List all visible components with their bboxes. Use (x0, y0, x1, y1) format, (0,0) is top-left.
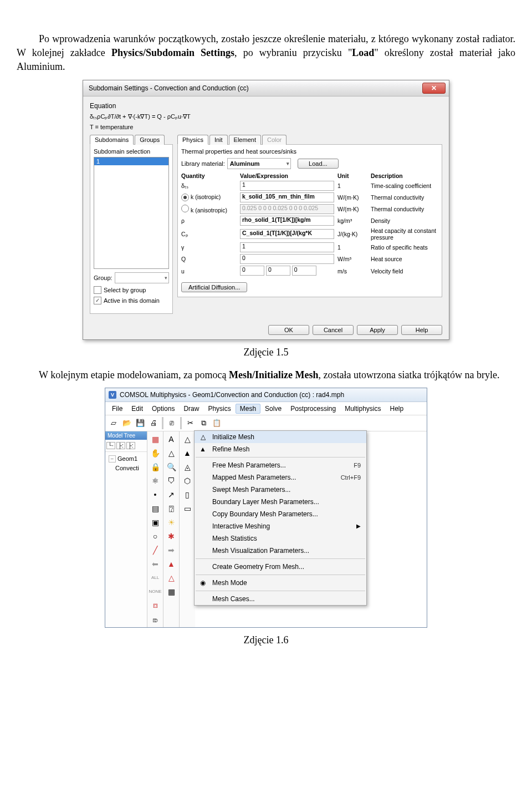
menu-item[interactable]: Mesh Statistics (195, 532, 366, 545)
menu-item[interactable]: △Initialize Mesh (195, 431, 366, 443)
dot-icon[interactable]: • (149, 488, 162, 501)
paste-icon[interactable]: 📋 (211, 417, 223, 429)
zoom-icon[interactable]: 🔍 (165, 460, 178, 474)
sun-icon[interactable]: ☀ (165, 516, 178, 529)
tab-color: Color (262, 135, 287, 145)
arrow-left-icon[interactable]: ⬅ (149, 557, 162, 571)
lock-icon[interactable]: 🔒 (149, 460, 162, 474)
value-input[interactable]: k_solid_105_nm_thin_film (240, 192, 334, 202)
grid-icon[interactable]: ▦ (165, 585, 178, 598)
menu-postprocessing[interactable]: Postprocessing (286, 404, 340, 414)
all-icon[interactable]: ALL (149, 571, 162, 585)
menu-draw[interactable]: Draw (179, 404, 203, 414)
cube-icon[interactable]: ⧈ (149, 599, 162, 612)
menu-item[interactable]: ◉Mesh Mode (195, 577, 366, 589)
tree-btn-icon[interactable]: ├: (126, 442, 135, 449)
mesh5-icon[interactable]: ▯ (181, 488, 194, 501)
value-input[interactable]: rho_solid_1(T[1/K])[kg/m (240, 216, 334, 226)
a-icon[interactable]: A (165, 433, 178, 446)
bracket-icon[interactable]: ⎄ (149, 613, 162, 626)
triangle-red2-icon[interactable]: △ (165, 571, 178, 585)
line-icon[interactable]: ╱ (149, 543, 162, 557)
mesh3-icon[interactable]: ◬ (181, 460, 194, 474)
menu-multiphysics[interactable]: Multiphysics (340, 404, 385, 414)
arrow-right-icon[interactable]: ➡ (165, 543, 178, 557)
select-by-group-checkbox[interactable]: Select by group (94, 286, 169, 294)
menu-help[interactable]: Help (386, 404, 408, 414)
menu-physics[interactable]: Physics (203, 404, 235, 414)
cancel-button[interactable]: Cancel (313, 325, 354, 335)
apply-button[interactable]: Apply (357, 325, 398, 335)
value-input[interactable]: C_solid_1(T[1/K])[J/(kg*K (240, 229, 334, 239)
subdomain-item-1[interactable]: 1 (94, 157, 168, 165)
help-button[interactable]: Help (401, 325, 442, 335)
save-icon[interactable]: 💾 (134, 417, 146, 429)
menu-item[interactable]: Mapped Mesh Parameters...Ctrl+F9 (195, 471, 366, 484)
copy-icon[interactable]: ⧉ (197, 417, 209, 429)
menu-item[interactable]: Interactive Meshing▶ (195, 520, 366, 532)
group-combo[interactable] (115, 272, 169, 283)
tree-node-geom1[interactable]: −Geom1 (106, 454, 146, 464)
window-titlebar[interactable]: V COMSOL Multiphysics - Geom1/Convection… (105, 388, 427, 402)
menu-options[interactable]: Options (147, 404, 179, 414)
menu-item[interactable]: Free Mesh Parameters...F9 (195, 459, 366, 471)
print-icon[interactable]: 🖨 (147, 417, 160, 429)
none-icon[interactable]: NONE (149, 585, 162, 598)
tab-subdomains[interactable]: Subdomains (90, 135, 134, 145)
tab-init[interactable]: Init (209, 135, 228, 145)
subdomain-listbox[interactable]: 1 (94, 157, 169, 269)
value-input[interactable]: 0 (266, 266, 290, 276)
menu-edit[interactable]: Edit (127, 404, 147, 414)
tree-node-convection[interactable]: Convecti (106, 464, 146, 472)
active-in-domain-checkbox[interactable]: ✓ Active in this domain (94, 297, 169, 304)
mesh2-icon[interactable]: ▲ (181, 446, 194, 460)
triangle-icon[interactable]: △ (165, 446, 178, 460)
layers-icon[interactable]: ▤ (149, 502, 162, 515)
menu-item[interactable]: Swept Mesh Parameters... (195, 484, 366, 496)
new-icon[interactable]: ▱ (108, 417, 120, 429)
circle-icon[interactable]: ○ (149, 530, 162, 543)
value-input[interactable]: 1 (240, 181, 334, 191)
hand-icon[interactable]: ✋ (149, 446, 162, 460)
library-material-combo[interactable]: Aluminum (227, 158, 291, 169)
mesh6-icon[interactable]: ▭ (181, 502, 194, 515)
atom-icon[interactable]: ⚛ (149, 474, 162, 487)
menu-file[interactable]: File (108, 404, 127, 414)
help-icon[interactable]: ⍰ (165, 502, 178, 515)
menu-item[interactable]: ▲Refine Mesh (195, 443, 366, 455)
cut-icon[interactable]: ✂ (184, 417, 196, 429)
tab-groups[interactable]: Groups (135, 135, 165, 145)
value-input[interactable]: 1 (240, 242, 334, 252)
close-icon[interactable]: ✕ (422, 83, 446, 94)
menu-item[interactable]: Boundary Layer Mesh Parameters... (195, 496, 366, 508)
menu-solve[interactable]: Solve (260, 404, 286, 414)
cone-icon[interactable]: ⛉ (165, 474, 178, 487)
open-icon[interactable]: 📂 (121, 417, 133, 429)
load-button[interactable]: Load... (298, 159, 339, 169)
mesh1-icon[interactable]: △ (181, 433, 194, 446)
value-input[interactable]: 0 (292, 266, 316, 276)
menu-item[interactable]: Copy Boundary Mesh Parameters... (195, 508, 366, 520)
menu-item[interactable]: Mesh Cases... (195, 593, 366, 605)
rect-red-icon[interactable]: ▦ (149, 433, 162, 446)
tree-btn-icon[interactable]: ├: (116, 442, 125, 449)
toolbox-icon[interactable]: ⎚ (166, 417, 178, 429)
artificial-diffusion-button[interactable]: Artificial Diffusion... (181, 282, 247, 292)
intro-paragraph-2: W kolejnym etapie modelowaniam, za pomoc… (17, 368, 515, 382)
menu-mesh[interactable]: Mesh (236, 404, 260, 414)
menu-item[interactable]: Create Geometry From Mesh... (195, 561, 366, 573)
menu-item-label: Copy Boundary Mesh Parameters... (212, 510, 318, 518)
menu-item[interactable]: Mesh Visualization Parameters... (195, 545, 366, 557)
tab-physics[interactable]: Physics (177, 135, 208, 145)
value-input[interactable]: 0 (240, 266, 264, 276)
triangle-red-icon[interactable]: ▲ (165, 557, 178, 571)
sun2-icon[interactable]: ✱ (165, 530, 178, 543)
value-input[interactable]: 0 (240, 254, 334, 264)
arrow-icon[interactable]: ↗ (165, 488, 178, 501)
mesh4-icon[interactable]: ⬡ (181, 474, 194, 487)
tab-element[interactable]: Element (229, 135, 261, 145)
dialog-titlebar[interactable]: Subdomain Settings - Convection and Cond… (83, 80, 449, 96)
select-rect-icon[interactable]: ▣ (149, 516, 162, 529)
tree-btn-icon[interactable]: └· (106, 442, 115, 449)
ok-button[interactable]: OK (268, 325, 309, 335)
